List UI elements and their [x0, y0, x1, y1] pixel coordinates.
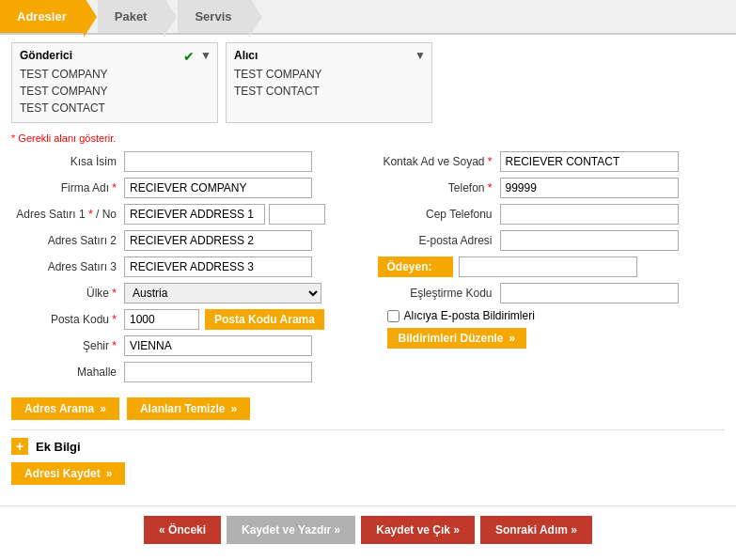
- sonraki-adim-button[interactable]: Sonraki Adım »: [480, 516, 592, 544]
- receiver-line-1: TEST COMPANY: [234, 66, 424, 83]
- payer-input[interactable]: [459, 257, 637, 277]
- firma-adi-label: Firma Adı *: [11, 181, 124, 194]
- sender-box: Gönderici TEST COMPANY TEST COMPANY TEST…: [11, 42, 218, 123]
- sender-dropdown-icon[interactable]: ▼: [200, 49, 211, 62]
- kontak-input[interactable]: [500, 151, 679, 172]
- adres-no-input[interactable]: [269, 204, 325, 225]
- posta-kodu-label: Posta Kodu *: [11, 313, 124, 326]
- bildirimleri-chevrons-icon: »: [509, 332, 516, 345]
- sender-line-3: TEST CONTACT: [20, 100, 210, 117]
- tab-adresler[interactable]: Adresler: [0, 0, 85, 33]
- payer-label: Ödeyen:: [378, 257, 453, 277]
- kontak-row: Kontak Ad ve Soyad *: [378, 151, 726, 172]
- ulke-select[interactable]: Austria: [124, 283, 321, 303]
- eslestirme-label: Eşleştirme Kodu: [378, 287, 500, 300]
- adres-satiri-3-row: Adres Satırı 3: [11, 257, 359, 277]
- eposta-input[interactable]: [500, 230, 679, 251]
- content-area: Gönderici TEST COMPANY TEST COMPANY TEST…: [0, 35, 736, 500]
- posta-kodu-row: Posta Kodu * Posta Kodu Arama: [11, 309, 359, 330]
- ulke-row: Ülke * Austria: [11, 283, 359, 303]
- main-container: Adresler Paket Servis Gönderici TEST COM…: [0, 0, 736, 560]
- form-right: Kontak Ad ve Soyad * Telefon * Cep Telef…: [378, 151, 726, 388]
- adres-satiri-3-input[interactable]: [124, 257, 312, 277]
- sehir-row: Şehir *: [11, 335, 359, 356]
- telefon-input[interactable]: [500, 178, 679, 198]
- tab-paket-arrow: [164, 0, 177, 38]
- bildirimleri-duzenle-label: Bildirimleri Düzenle: [399, 332, 504, 345]
- kaydet-yazdir-label: Kaydet ve Yazdır »: [242, 523, 340, 537]
- tab-paket[interactable]: Paket: [98, 0, 165, 33]
- posta-kodu-input[interactable]: [124, 309, 199, 330]
- bildirimleri-row: Bildirimleri Düzenle »: [378, 328, 726, 349]
- alanlari-temizle-button[interactable]: Alanları Temizle »: [127, 397, 250, 420]
- ek-bilgi-label: Ek Bilgi: [36, 440, 81, 454]
- kisa-isim-input[interactable]: [124, 151, 312, 172]
- alanlari-temizle-label: Alanları Temizle: [140, 402, 225, 415]
- receiver-dropdown-icon[interactable]: ▼: [415, 49, 426, 62]
- kaydet-cik-label: Kaydet ve Çık »: [376, 523, 460, 537]
- posta-kodu-arama-label: Posta Kodu Arama: [214, 313, 315, 326]
- required-note: * Gerekli alanı gösterir.: [11, 132, 725, 144]
- adresi-kaydet-chevrons-icon: »: [106, 467, 113, 480]
- adresi-kaydet-button[interactable]: Adresi Kaydet »: [11, 462, 125, 485]
- ek-bilgi-plus-button[interactable]: +: [11, 438, 28, 455]
- mahalle-row: Mahalle: [11, 362, 359, 382]
- adresi-kaydet-row: Adresi Kaydet »: [11, 462, 725, 485]
- mahalle-label: Mahalle: [11, 366, 124, 379]
- firma-adi-input[interactable]: [124, 178, 312, 198]
- adres-satiri-2-input[interactable]: [124, 230, 312, 251]
- sehir-label: Şehir *: [11, 339, 124, 352]
- form-left: Kısa İsim Firma Adı * Adres Satırı 1 * /…: [11, 151, 359, 388]
- cep-row: Cep Telefonu: [378, 204, 726, 225]
- ulke-label: Ülke *: [11, 287, 124, 300]
- eposta-label: E-posta Adresi: [378, 234, 500, 247]
- sonraki-adim-label: Sonraki Adım »: [495, 523, 577, 537]
- cep-label: Cep Telefonu: [378, 208, 500, 221]
- alanlari-temizle-chevrons-icon: »: [230, 402, 237, 415]
- eposta-bildirim-label: Alıcıya E-posta Bildirimleri: [404, 309, 535, 322]
- telefon-label: Telefon *: [378, 181, 500, 194]
- adres-satiri-2-label: Adres Satırı 2: [11, 234, 124, 247]
- receiver-line-2: TEST CONTACT: [234, 83, 424, 100]
- adresi-kaydet-label: Adresi Kaydet: [24, 467, 101, 480]
- sender-check-icon: ✔: [183, 49, 195, 64]
- eposta-row: E-posta Adresi: [378, 230, 726, 251]
- bildirimleri-duzenle-button[interactable]: Bildirimleri Düzenle »: [387, 328, 527, 349]
- tab-paket-label: Paket: [115, 9, 148, 23]
- tab-adresler-label: Adresler: [17, 9, 67, 23]
- form-section: Kısa İsim Firma Adı * Adres Satırı 1 * /…: [11, 151, 725, 388]
- adres-satiri-3-label: Adres Satırı 3: [11, 260, 124, 273]
- onceki-button[interactable]: « Önceki: [144, 516, 221, 544]
- mahalle-input[interactable]: [124, 362, 312, 382]
- postal-row: Posta Kodu Arama: [124, 309, 324, 330]
- telefon-row: Telefon *: [378, 178, 726, 198]
- sender-title: Gönderici: [20, 49, 210, 62]
- onceki-label: « Önceki: [159, 523, 206, 537]
- kisa-isim-label: Kısa İsim: [11, 155, 124, 168]
- adres-satiri-1-label: Adres Satırı 1 * / No: [11, 208, 124, 221]
- posta-kodu-arama-button[interactable]: Posta Kodu Arama: [205, 309, 324, 330]
- kisa-isim-row: Kısa İsim: [11, 151, 359, 172]
- payer-row: Ödeyen:: [378, 257, 726, 277]
- sender-content: TEST COMPANY TEST COMPANY TEST CONTACT: [20, 66, 210, 117]
- sehir-input[interactable]: [124, 335, 312, 356]
- bottom-nav: « Önceki Kaydet ve Yazdır » Kaydet ve Çı…: [0, 506, 736, 553]
- tab-servis[interactable]: Servis: [178, 0, 249, 33]
- kontak-label: Kontak Ad ve Soyad *: [378, 155, 500, 168]
- kaydet-yazdir-button[interactable]: Kaydet ve Yazdır »: [227, 516, 355, 544]
- cep-input[interactable]: [500, 204, 679, 225]
- ek-bilgi-section: + Ek Bilgi: [11, 429, 725, 455]
- tab-servis-arrow: [249, 0, 262, 38]
- eposta-bildirim-row: Alıcıya E-posta Bildirimleri: [387, 309, 726, 322]
- adres-arama-button[interactable]: Adres Arama »: [11, 397, 119, 420]
- adres-satiri-1-input[interactable]: [124, 204, 265, 225]
- action-buttons-row: Adres Arama » Alanları Temizle »: [11, 397, 725, 420]
- sender-line-1: TEST COMPANY: [20, 66, 210, 83]
- eposta-bildirim-checkbox[interactable]: [387, 310, 399, 322]
- eslestirme-input[interactable]: [500, 283, 679, 303]
- boxes-row: Gönderici TEST COMPANY TEST COMPANY TEST…: [11, 42, 725, 123]
- tab-adresler-arrow: [84, 0, 97, 38]
- adres-arama-label: Adres Arama: [24, 402, 94, 415]
- kaydet-cik-button[interactable]: Kaydet ve Çık »: [361, 516, 475, 544]
- adres-satiri-2-row: Adres Satırı 2: [11, 230, 359, 251]
